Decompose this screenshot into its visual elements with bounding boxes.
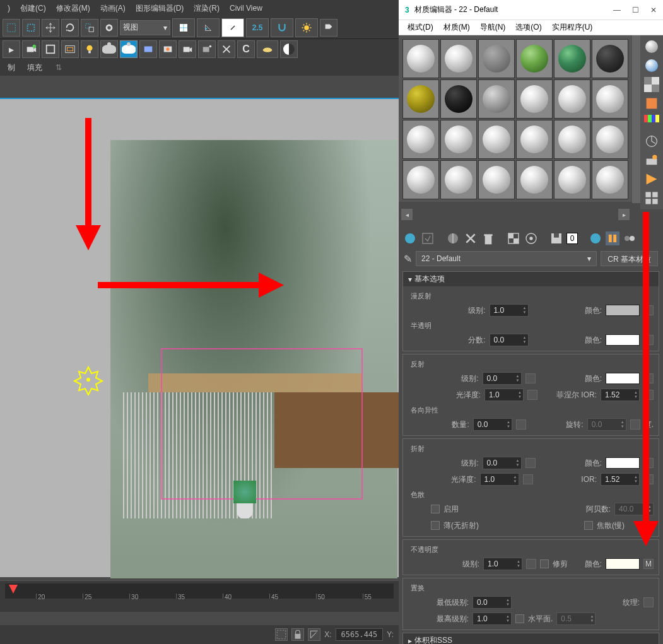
select-by-material-icon[interactable] bbox=[644, 172, 659, 187]
material-slot[interactable] bbox=[440, 79, 477, 119]
material-slot[interactable] bbox=[516, 79, 553, 119]
aniso-amount-map-button[interactable] bbox=[516, 419, 526, 430]
material-slot[interactable] bbox=[592, 120, 628, 159]
render-elements-icon[interactable] bbox=[159, 40, 177, 58]
background-icon[interactable] bbox=[644, 77, 659, 92]
opacity-color-swatch[interactable] bbox=[606, 558, 640, 570]
make-preview-icon[interactable] bbox=[644, 134, 659, 149]
refr-gloss-map-button[interactable] bbox=[523, 474, 533, 484]
menu-options[interactable]: 选项(O) bbox=[512, 21, 545, 34]
material-slot[interactable] bbox=[478, 120, 515, 159]
scroll-left-button[interactable]: ◂ bbox=[401, 209, 413, 220]
section-header-basic[interactable]: ▾基本选项 bbox=[403, 272, 659, 286]
scene-camera-icon[interactable] bbox=[198, 40, 216, 58]
timeline-ruler[interactable]: 20 25 30 35 40 45 50 55 bbox=[5, 583, 394, 599]
water-checkbox[interactable] bbox=[515, 614, 524, 623]
coord-sys-icon[interactable] bbox=[308, 628, 320, 641]
fresnel-spinner[interactable]: 1.52▲▼ bbox=[601, 389, 640, 401]
menu-mode[interactable]: 模式(D) bbox=[404, 21, 437, 34]
paint-icon[interactable] bbox=[100, 19, 118, 37]
teapot-icon[interactable] bbox=[100, 40, 118, 58]
material-editor-titlebar[interactable]: 3 材质编辑器 - 22 - Default — ☐ ✕ bbox=[399, 0, 663, 20]
material-slot[interactable] bbox=[402, 79, 439, 119]
material-slot[interactable] bbox=[402, 120, 439, 159]
snap-25-icon[interactable]: 2.5 bbox=[246, 18, 269, 37]
snap-toggle-icon[interactable] bbox=[172, 18, 195, 37]
refl-color-map-button[interactable] bbox=[643, 373, 654, 383]
viewport[interactable] bbox=[0, 98, 399, 577]
select-rect-icon[interactable] bbox=[3, 19, 20, 37]
material-map-navigator-icon[interactable] bbox=[644, 190, 659, 206]
light-gizmo-icon[interactable] bbox=[73, 364, 104, 395]
water-spinner[interactable]: 0.5▲▼ bbox=[556, 612, 596, 625]
sun-icon[interactable] bbox=[295, 18, 318, 37]
magnet-icon[interactable] bbox=[271, 18, 293, 37]
c-icon[interactable]: C bbox=[237, 40, 255, 58]
opacity-level-map-button[interactable] bbox=[526, 559, 536, 569]
material-slot[interactable] bbox=[440, 120, 477, 159]
caustics-checkbox[interactable] bbox=[584, 521, 593, 530]
close-button[interactable]: ✕ bbox=[650, 6, 657, 15]
material-slot[interactable] bbox=[554, 79, 590, 119]
refr-ior-map-button[interactable] bbox=[643, 474, 654, 484]
menu-nav[interactable]: 导航(N) bbox=[476, 21, 510, 34]
get-material-icon[interactable] bbox=[402, 231, 418, 246]
menu-graph[interactable]: 图形编辑器(D) bbox=[132, 2, 188, 15]
view-dropdown[interactable]: 视图▾ bbox=[120, 20, 170, 35]
percent-snap-icon[interactable] bbox=[221, 18, 244, 37]
aniso-rotation-spinner[interactable]: 0.0▲▼ bbox=[587, 418, 626, 431]
material-slot[interactable] bbox=[554, 39, 590, 78]
material-slot[interactable] bbox=[554, 120, 590, 159]
rotate-icon[interactable] bbox=[61, 19, 79, 37]
translucency-map-button[interactable] bbox=[643, 335, 654, 345]
dispersion-enable-checkbox[interactable] bbox=[431, 505, 440, 513]
clip-checkbox[interactable] bbox=[540, 559, 549, 568]
options-icon[interactable] bbox=[644, 153, 659, 168]
refr-ior-spinner[interactable]: 1.52▲▼ bbox=[601, 473, 640, 486]
refl-gloss-map-button[interactable] bbox=[527, 390, 537, 400]
menu-animation[interactable]: 动画(A) bbox=[97, 2, 129, 15]
menu-create[interactable]: 创建(C) bbox=[16, 2, 50, 15]
frame-icon[interactable] bbox=[42, 40, 59, 58]
move-icon[interactable] bbox=[42, 19, 59, 37]
timeline[interactable]: 20 25 30 35 40 45 50 55 bbox=[0, 580, 399, 612]
material-slot[interactable] bbox=[478, 79, 515, 119]
disp-max-spinner[interactable]: 1.0▲▼ bbox=[472, 612, 512, 625]
menu-render[interactable]: 渲染(R) bbox=[190, 2, 223, 15]
material-slot[interactable] bbox=[592, 39, 628, 78]
light-icon[interactable] bbox=[81, 40, 98, 58]
refr-color-map-button[interactable] bbox=[643, 458, 654, 468]
material-slot[interactable] bbox=[554, 160, 590, 199]
thin-checkbox[interactable] bbox=[431, 521, 440, 530]
abbe-spinner[interactable]: 40.0▲▼ bbox=[614, 503, 654, 515]
lock-icon[interactable] bbox=[291, 628, 304, 641]
refr-gloss-spinner[interactable]: 1.0▲▼ bbox=[480, 473, 519, 486]
diffuse-color-swatch[interactable] bbox=[606, 305, 640, 316]
material-slot[interactable] bbox=[592, 160, 628, 199]
show-map-icon[interactable] bbox=[506, 231, 521, 246]
material-slot[interactable] bbox=[402, 160, 439, 199]
refl-color-swatch[interactable] bbox=[606, 373, 640, 384]
material-slot[interactable] bbox=[516, 39, 553, 78]
diffuse-level-spinner[interactable]: 1.0▲▼ bbox=[490, 304, 529, 317]
angle-snap-icon[interactable] bbox=[197, 18, 220, 37]
x-coord-value[interactable]: 6565.445 bbox=[336, 628, 384, 641]
video-color-icon[interactable] bbox=[644, 115, 659, 130]
render-frame-icon[interactable] bbox=[139, 40, 157, 58]
disp-texture-button[interactable] bbox=[643, 597, 654, 607]
cross-icon[interactable] bbox=[218, 40, 235, 58]
refl-level-map-button[interactable] bbox=[525, 373, 536, 383]
opacity-map-button[interactable]: M bbox=[643, 559, 654, 569]
camera-plus-icon[interactable] bbox=[22, 40, 40, 58]
delete-icon[interactable] bbox=[481, 231, 496, 246]
material-slot[interactable] bbox=[592, 79, 628, 119]
material-name-input[interactable]: 22 - Default ▾ bbox=[416, 251, 597, 266]
material-slot[interactable] bbox=[440, 160, 477, 199]
scale-icon[interactable] bbox=[81, 19, 98, 37]
timeline-playhead[interactable] bbox=[9, 585, 18, 594]
render-setup-icon[interactable] bbox=[120, 40, 138, 58]
put-to-scene-icon[interactable] bbox=[420, 231, 435, 246]
refl-level-spinner[interactable]: 0.0▲▼ bbox=[483, 372, 522, 385]
menu-civil[interactable]: Civil View bbox=[226, 3, 266, 14]
refr-level-spinner[interactable]: 0.0▲▼ bbox=[483, 457, 522, 469]
